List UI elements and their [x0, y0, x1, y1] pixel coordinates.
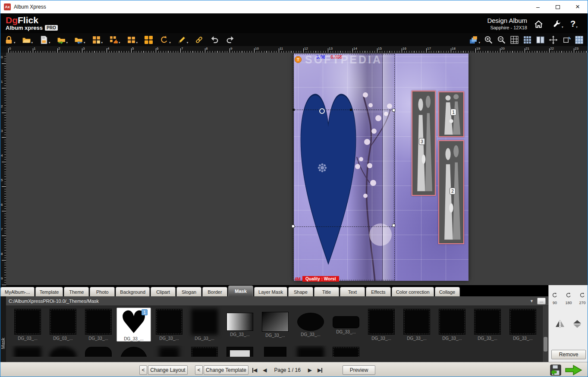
- browse-folder-button[interactable]: ...: [537, 298, 546, 305]
- center-anchor-icon[interactable]: [318, 163, 327, 173]
- mask-thumbnail[interactable]: [116, 346, 151, 357]
- mask-thumbnail[interactable]: DG_33_...: [81, 308, 116, 342]
- rotate-ccw-button[interactable]: ▾: [159, 34, 171, 45]
- tab-mask[interactable]: Mask: [228, 286, 253, 296]
- mask-thumbnail[interactable]: [223, 346, 257, 357]
- first-page-button[interactable]: ◀: [252, 367, 257, 373]
- mask-thumbnail[interactable]: DG_33_...: [329, 308, 363, 342]
- tools-button[interactable]: ▾: [552, 18, 563, 29]
- undo-button[interactable]: [210, 34, 220, 45]
- selection-handle[interactable]: [350, 109, 352, 111]
- mask-thumbnail[interactable]: DG_33_...: [364, 308, 399, 342]
- maximize-button[interactable]: [548, 0, 568, 13]
- dropdown-arrow-icon[interactable]: ▾: [14, 41, 16, 44]
- mask-thumbnail[interactable]: DG_33_...: [470, 308, 505, 342]
- help-button[interactable]: ?▾: [570, 18, 582, 29]
- tab-theme[interactable]: Theme: [64, 287, 89, 296]
- link-button[interactable]: [194, 34, 204, 45]
- mask-thumbnail[interactable]: DG_33_...: [506, 308, 540, 342]
- next-page-button[interactable]: ▶: [308, 367, 312, 373]
- dropdown-arrow-icon[interactable]: ▾: [119, 41, 120, 44]
- mask-thumbnail[interactable]: [258, 346, 292, 357]
- mask-thumbnail[interactable]: [187, 346, 222, 357]
- dropdown-arrow-icon[interactable]: ▾: [66, 41, 68, 44]
- mask-thumbnail[interactable]: [329, 346, 363, 357]
- cells-grid-button[interactable]: [574, 34, 584, 45]
- mask-thumbnail[interactable]: ♥1DG_33_...: [116, 308, 151, 342]
- flip-horizontal-icon[interactable]: [555, 320, 565, 330]
- album-spread[interactable]: T 3.08 0.855 SOFTPEDIA 4M Quality : Wors…: [294, 53, 469, 281]
- change-template-button[interactable]: Change Template: [204, 365, 248, 375]
- layers-button[interactable]: ▾: [469, 34, 481, 45]
- tab-color-correction[interactable]: Color correction: [392, 287, 434, 296]
- mask-thumbnail[interactable]: DG_03_...: [46, 308, 80, 342]
- thumbnail-scrollbar[interactable]: [542, 306, 548, 362]
- transform-rotate-button[interactable]: [561, 34, 571, 45]
- lock-button[interactable]: ▾: [4, 34, 16, 45]
- flip-vertical-icon[interactable]: [572, 320, 582, 330]
- selection-handle[interactable]: [292, 225, 295, 228]
- mask-thumbnail[interactable]: DG_33_...: [187, 308, 222, 342]
- remove-mask-button[interactable]: Remove: [551, 350, 586, 359]
- folder-export-button[interactable]: ▾: [57, 34, 69, 45]
- mask-thumbnail[interactable]: DG_33_...: [435, 308, 469, 342]
- mask-thumbnail[interactable]: [81, 346, 116, 357]
- tab-layer-mask[interactable]: Layer Mask: [254, 287, 287, 296]
- corner-handle[interactable]: T: [295, 56, 302, 63]
- mask-thumbnail[interactable]: [152, 346, 186, 357]
- folder-import-button[interactable]: ▾: [74, 34, 86, 45]
- tab-photo[interactable]: Photo: [90, 287, 115, 296]
- dropdown-arrow-icon[interactable]: ▾: [84, 41, 85, 44]
- tab-slogan[interactable]: Slogan: [176, 287, 201, 296]
- rotate-180-button[interactable]: 180: [563, 292, 574, 305]
- tab-template[interactable]: Template: [35, 287, 63, 296]
- save-album-button[interactable]: [549, 364, 562, 376]
- dropdown-arrow-icon[interactable]: ▾: [169, 41, 171, 44]
- mask-thumbnail[interactable]: DG_33_...: [152, 308, 186, 342]
- dropdown-arrow-icon[interactable]: ▾: [187, 41, 189, 44]
- dropdown-arrow-icon[interactable]: ▾: [478, 41, 480, 44]
- selection-handle[interactable]: [292, 109, 295, 111]
- tab-collage[interactable]: Collage: [435, 287, 460, 296]
- pages-spread-button[interactable]: [535, 34, 545, 45]
- photo-frame[interactable]: 3: [412, 91, 436, 196]
- photo-frame[interactable]: 2: [438, 140, 464, 244]
- mask-thumbnail[interactable]: [10, 346, 45, 357]
- home-button[interactable]: [534, 18, 545, 29]
- design-canvas[interactable]: T 3.08 0.855 SOFTPEDIA 4M Quality : Wors…: [6, 53, 588, 285]
- path-dropdown-icon[interactable]: ▼: [530, 299, 534, 303]
- next-step-button[interactable]: [565, 364, 583, 376]
- rotate-90-button[interactable]: 90: [550, 292, 560, 305]
- change-template-back-button[interactable]: <: [195, 365, 203, 375]
- redo-button[interactable]: [225, 34, 235, 45]
- layout-small-button[interactable]: ▾: [126, 34, 138, 45]
- tab-clipart[interactable]: Clipart: [151, 287, 176, 296]
- mask-thumbnail[interactable]: [46, 346, 80, 357]
- tab-background[interactable]: Background: [116, 287, 150, 296]
- minimize-button[interactable]: –: [528, 0, 548, 13]
- dropdown-arrow-icon[interactable]: ▾: [49, 41, 50, 44]
- tab-shape[interactable]: Shape: [288, 287, 313, 296]
- tab-myalbum-[interactable]: MyAlbum-...: [0, 287, 35, 296]
- dropdown-arrow-icon[interactable]: ▾: [31, 41, 33, 44]
- zoom-out-button[interactable]: [497, 34, 506, 45]
- rotate-handle-icon[interactable]: [319, 108, 325, 114]
- rotate-270-button[interactable]: 270: [577, 292, 588, 305]
- tab-title[interactable]: Title: [314, 287, 339, 296]
- photo-frame[interactable]: 1: [438, 91, 464, 137]
- selection-handle[interactable]: [392, 109, 395, 112]
- tab-effects[interactable]: Effects: [366, 287, 391, 296]
- change-layout-back-button[interactable]: <: [139, 365, 147, 375]
- transform-move-button[interactable]: [548, 34, 558, 45]
- zoom-in-button[interactable]: [484, 34, 494, 45]
- tab-text[interactable]: Text: [340, 287, 365, 296]
- folder-open-button[interactable]: ▾: [22, 34, 34, 45]
- preview-button[interactable]: Preview: [343, 365, 375, 375]
- dropdown-arrow-icon[interactable]: ▾: [101, 41, 103, 44]
- grid-snap-button[interactable]: ▾: [109, 34, 121, 45]
- mask-thumbnail[interactable]: DG_33_...: [258, 308, 292, 342]
- mask-thumbnail[interactable]: DG_33_...: [223, 308, 257, 342]
- selection-handle[interactable]: [392, 224, 395, 227]
- grid-settings-button[interactable]: ▾: [91, 34, 104, 45]
- mask-thumbnail[interactable]: DG_33_...: [399, 308, 434, 342]
